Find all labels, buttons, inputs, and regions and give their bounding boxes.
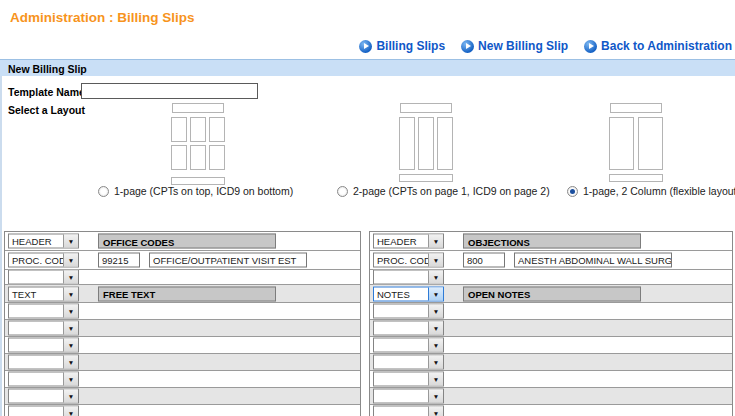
row-type-combobox[interactable]: ▼ (8, 338, 79, 353)
dropdown-arrow-icon[interactable]: ▼ (63, 356, 78, 369)
dropdown-arrow-icon[interactable]: ▼ (428, 235, 443, 248)
dropdown-arrow-icon[interactable]: ▼ (63, 390, 78, 403)
nav-link-back-to-administration[interactable]: Back to Administration (584, 39, 732, 53)
proc-description-input[interactable] (514, 253, 672, 268)
row-type-combobox[interactable]: TEXT▼ (8, 286, 79, 301)
grid-row: ▼ (370, 303, 732, 320)
dropdown-arrow-icon[interactable]: ▼ (428, 373, 443, 386)
grid-row: HEADER▼OFFICE CODES (5, 232, 360, 251)
section-header-bar: New Billing Slip (0, 59, 735, 76)
row-type-combobox[interactable]: ▼ (8, 389, 79, 404)
combobox-value (374, 322, 428, 335)
combobox-value: TEXT (9, 287, 63, 300)
grid-row: ▼ (5, 405, 360, 416)
combobox-value (374, 390, 428, 403)
nav-link-billing-slips[interactable]: Billing Slips (359, 39, 445, 53)
section-label-box: OFFICE CODES (98, 234, 276, 249)
dropdown-arrow-icon[interactable]: ▼ (63, 305, 78, 318)
combobox-value (9, 305, 63, 318)
layout-option-1[interactable]: 1-page (CPTs on top, ICD9 on bottom) (98, 185, 293, 197)
row-type-combobox[interactable]: ▼ (373, 321, 444, 336)
dropdown-arrow-icon[interactable]: ▼ (428, 322, 443, 335)
dropdown-arrow-icon[interactable]: ▼ (428, 407, 443, 416)
thumbnail-body (399, 117, 453, 170)
section-label-box: OBJECTIONS (463, 234, 641, 249)
row-type-combobox[interactable]: HEADER▼ (373, 234, 444, 249)
row-type-combobox[interactable]: ▼ (8, 372, 79, 387)
grid-row: ▼ (5, 337, 360, 354)
nav-link-new-billing-slip[interactable]: New Billing Slip (461, 39, 568, 53)
layout-option-2[interactable]: 2-page (CPTs on page 1, ICD9 on page 2) (337, 185, 550, 197)
row-type-combobox[interactable]: ▼ (8, 406, 79, 416)
arrow-circle-icon (584, 40, 597, 53)
row-type-combobox[interactable]: ▼ (373, 304, 444, 319)
thumbnail-cell (209, 117, 225, 142)
dropdown-arrow-icon[interactable]: ▼ (428, 287, 443, 300)
row-type-combobox[interactable]: HEADER▼ (8, 234, 79, 249)
row-type-combobox[interactable]: ▼ (8, 355, 79, 370)
dropdown-arrow-icon[interactable]: ▼ (428, 356, 443, 369)
thumbnail-cell (209, 145, 225, 170)
grid-row: TEXT▼FREE TEXT (5, 285, 360, 303)
layout-radio-label: 1-page, 2 Column (flexible layout) (583, 185, 735, 197)
layout-radio-button[interactable] (98, 186, 109, 197)
combobox-value (9, 390, 63, 403)
row-type-combobox[interactable]: ▼ (373, 355, 444, 370)
template-name-label: Template Name (8, 86, 85, 98)
dropdown-arrow-icon[interactable]: ▼ (63, 373, 78, 386)
thumbnail-body (171, 117, 225, 173)
layout-thumbnail-two-column (609, 103, 663, 182)
combobox-value (9, 407, 63, 416)
dropdown-arrow-icon[interactable]: ▼ (63, 254, 78, 267)
nav-link-label: Back to Administration (601, 39, 732, 53)
row-type-combobox[interactable]: ▼ (8, 304, 79, 319)
proc-code-input[interactable] (98, 253, 140, 268)
combobox-value (374, 356, 428, 369)
layout-radio-button[interactable] (337, 186, 348, 197)
row-type-combobox[interactable]: ▼ (8, 321, 79, 336)
thumbnail-header-box (400, 103, 452, 113)
row-type-combobox[interactable]: ▼ (8, 270, 79, 285)
row-type-combobox[interactable]: ▼ (373, 338, 444, 353)
row-type-combobox[interactable]: PROC. CODE▼ (8, 253, 79, 268)
thumbnail-cell (171, 145, 187, 170)
layout-option-3[interactable]: 1-page, 2 Column (flexible layout) (567, 185, 735, 197)
combobox-value: HEADER (374, 235, 428, 248)
proc-code-input[interactable] (463, 253, 505, 268)
template-name-input[interactable] (81, 83, 258, 99)
dropdown-arrow-icon[interactable]: ▼ (63, 339, 78, 352)
thumbnail-header-box (172, 103, 224, 113)
dropdown-arrow-icon[interactable]: ▼ (428, 339, 443, 352)
dropdown-arrow-icon[interactable]: ▼ (428, 390, 443, 403)
row-type-combobox[interactable]: ▼ (373, 406, 444, 416)
row-type-combobox[interactable]: ▼ (373, 389, 444, 404)
dropdown-arrow-icon[interactable]: ▼ (428, 254, 443, 267)
dropdown-arrow-icon[interactable]: ▼ (428, 271, 443, 284)
dropdown-arrow-icon[interactable]: ▼ (63, 287, 78, 300)
thumbnail-cell (190, 117, 206, 142)
thumbnail-header-box (610, 103, 662, 113)
row-type-combobox[interactable]: PROC. CODE▼ (373, 253, 444, 268)
dropdown-arrow-icon[interactable]: ▼ (63, 271, 78, 284)
row-type-combobox[interactable]: ▼ (373, 372, 444, 387)
dropdown-arrow-icon[interactable]: ▼ (428, 305, 443, 318)
combobox-value: PROC. CODE (9, 254, 63, 267)
grid-row: ▼ (5, 320, 360, 337)
layout-radio-button[interactable] (567, 186, 578, 197)
dropdown-arrow-icon[interactable]: ▼ (63, 322, 78, 335)
thumbnail-body (609, 117, 663, 170)
grid-row: PROC. CODE▼ (370, 251, 732, 270)
thumbnail-cell (437, 117, 453, 170)
dropdown-arrow-icon[interactable]: ▼ (63, 407, 78, 416)
grid-row: ▼ (5, 371, 360, 388)
combobox-value: HEADER (9, 235, 63, 248)
row-type-combobox[interactable]: ▼ (373, 270, 444, 285)
row-type-combobox[interactable]: NOTES▼ (373, 286, 444, 301)
section-label-box: FREE TEXT (98, 286, 276, 301)
dropdown-arrow-icon[interactable]: ▼ (63, 235, 78, 248)
section-title: New Billing Slip (8, 63, 87, 75)
grid-row: ▼ (370, 405, 732, 416)
grid-row: ▼ (5, 354, 360, 371)
layout-thumbnail-three-column (399, 103, 453, 182)
proc-description-input[interactable] (149, 253, 307, 268)
